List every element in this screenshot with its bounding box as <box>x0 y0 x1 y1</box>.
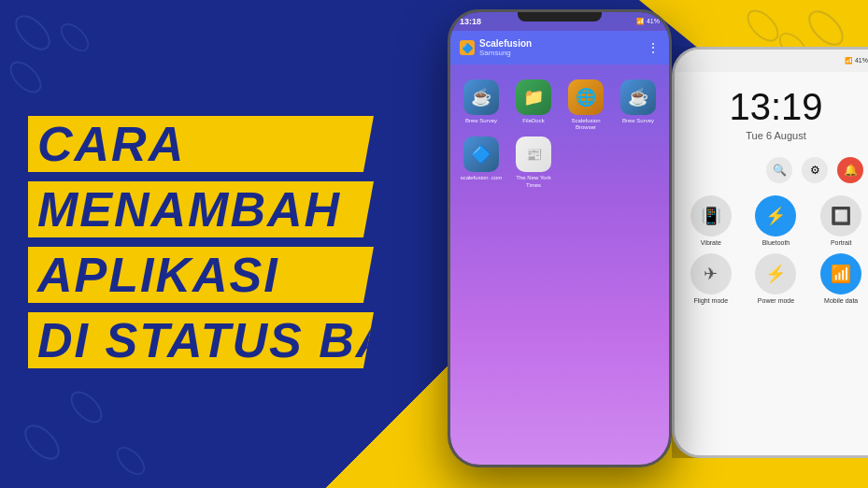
app-icon-nyt: 📰 <box>516 136 551 172</box>
app-label: Scalefusion Browser <box>562 118 609 131</box>
settings-icon-btn[interactable]: ⚙ <box>802 157 828 183</box>
title-text-4: DI STATUS BAR <box>37 313 430 367</box>
phone1-notch <box>518 12 602 22</box>
app-icon-brew-survey: ☕ <box>463 79 499 115</box>
title-text-3: APLIKASI <box>37 248 279 302</box>
notif-sub-name: Samsung <box>479 49 532 57</box>
phone2: 📶 41% 13:19 Tue 6 August 🔍 ⚙ 🔔 📳 Vibrate… <box>672 47 868 458</box>
bluetooth-icon: ⚡ <box>755 195 796 237</box>
notif-app: 🔷 Scalefusion Samsung <box>460 38 532 57</box>
app-label: scalefusion .com <box>461 175 503 181</box>
app-label: FileDock <box>522 118 544 124</box>
app-item[interactable]: 📁 FileDock <box>510 79 557 131</box>
app-icon-browser: 🌐 <box>568 79 604 115</box>
phone2-search-row: 🔍 ⚙ 🔔 <box>675 152 868 188</box>
phone1-notification: 🔷 Scalefusion Samsung ⋮ <box>450 31 669 65</box>
app-icon-brew-survey-2: ☕ <box>620 79 656 115</box>
qs-item-portrait[interactable]: 🔲 Portrait <box>812 195 868 246</box>
notif-app-name: Scalefusion <box>479 38 532 49</box>
phone2-container: 📶 41% 13:19 Tue 6 August 🔍 ⚙ 🔔 📳 Vibrate… <box>672 47 868 458</box>
title-text-1: CARA <box>37 117 185 171</box>
phone2-statusbar: 📶 41% <box>675 50 868 72</box>
qs-label-mobile-data: Mobile data <box>824 297 858 304</box>
app-item[interactable]: 🔷 scalefusion .com <box>458 136 505 188</box>
notif-app-info: Scalefusion Samsung <box>479 38 532 57</box>
app-label: The New York Times <box>510 175 557 188</box>
qs-label-flight: Flight mode <box>694 297 729 304</box>
qs-label-bluetooth: Bluetooth <box>762 239 790 246</box>
app-label: Brew Survey <box>622 118 654 124</box>
phone1-screen: 13:18 📶 41% 🔷 Scalefusion Samsung <box>450 12 669 465</box>
qs-label-power: Power mode <box>758 297 794 304</box>
title-line-3: APLIKASI <box>28 247 374 303</box>
title-text-2: MENAMBAH <box>37 182 341 237</box>
title-line-2: MENAMBAH <box>28 181 374 237</box>
qs-item-bluetooth[interactable]: ⚡ Bluetooth <box>747 195 805 246</box>
qs-label-vibrate: Vibrate <box>701 239 721 246</box>
app-icon-filedock: 📁 <box>516 79 551 115</box>
app-label: Brew Survey <box>465 118 497 124</box>
title-section: CARA MENAMBAH APLIKASI DI STATUS BAR <box>0 0 392 488</box>
mobile-data-icon: 📶 <box>820 253 861 294</box>
title-line-1: CARA <box>28 116 374 172</box>
qs-item-flight[interactable]: ✈ Flight mode <box>682 253 740 304</box>
phone2-time: 13:19 <box>675 72 868 130</box>
title-block: CARA MENAMBAH APLIKASI DI STATUS BAR <box>28 116 374 372</box>
phone1: 13:18 📶 41% 🔷 Scalefusion Samsung <box>448 9 672 467</box>
qs-item-vibrate[interactable]: 📳 Vibrate <box>682 195 740 246</box>
notif-app-icon: 🔷 <box>460 40 475 55</box>
notif-menu-icon[interactable]: ⋮ <box>647 40 660 55</box>
qs-item-power[interactable]: ⚡ Power mode <box>747 253 805 304</box>
app-item[interactable]: 🌐 Scalefusion Browser <box>562 79 609 131</box>
flight-icon: ✈ <box>690 253 732 294</box>
notif-header: 🔷 Scalefusion Samsung ⋮ <box>460 38 660 57</box>
phone1-app-grid: ☕ Brew Survey 📁 FileDock 🌐 Scalefusion B… <box>458 79 662 189</box>
phone1-time: 13:18 <box>460 17 481 26</box>
portrait-icon: 🔲 <box>820 195 861 237</box>
app-icon-scalefusion: 🔷 <box>463 136 499 172</box>
notification-icon-btn[interactable]: 🔔 <box>837 157 863 183</box>
app-item[interactable]: ☕ Brew Survey <box>615 79 662 131</box>
qs-item-mobile-data[interactable]: 📶 Mobile data <box>812 253 868 304</box>
phone2-screen: 📶 41% 13:19 Tue 6 August 🔍 ⚙ 🔔 📳 Vibrate… <box>675 50 868 455</box>
phone1-container: 13:18 📶 41% 🔷 Scalefusion Samsung <box>438 9 681 486</box>
phone2-status-icons: 📶 41% <box>845 57 868 65</box>
search-icon-btn[interactable]: 🔍 <box>766 157 792 183</box>
phone2-quick-settings: 📳 Vibrate ⚡ Bluetooth 🔲 Portrait ✈ Fligh… <box>675 188 868 311</box>
phone2-date: Tue 6 August <box>675 130 868 141</box>
qs-label-portrait: Portrait <box>831 239 852 246</box>
app-item[interactable]: 📰 The New York Times <box>510 136 557 188</box>
power-mode-icon: ⚡ <box>755 253 796 294</box>
title-line-4: DI STATUS BAR <box>28 312 374 368</box>
vibrate-icon: 📳 <box>690 195 732 237</box>
app-item[interactable]: ☕ Brew Survey <box>458 79 505 131</box>
phone1-status-icons: 📶 41% <box>636 18 660 25</box>
